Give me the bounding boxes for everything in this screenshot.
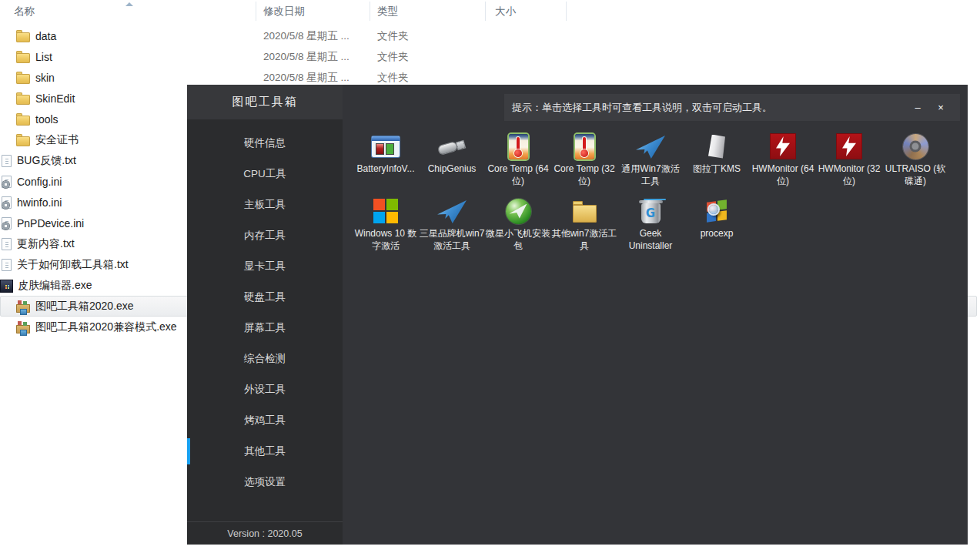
tool-item[interactable]: Windows 10 数字激活 [353,194,419,259]
file-name: data [35,30,56,42]
column-header-type[interactable]: 类型 [377,5,398,18]
procexp-icon [704,199,730,223]
file-date: 2020/5/8 星期五 ... [263,50,350,64]
tubar-toolbox-window: 图吧工具箱 硬件信息 CPU工具 主板工具 内存工具 显卡工具 硬盘工具 屏幕工… [187,85,968,545]
toolbox-icon [16,304,30,313]
tool-label: HWMonitor (32 位) [816,163,882,187]
tool-label: procexp [701,228,734,240]
tool-label: Core Temp (32 位) [551,163,617,187]
battery-icon [372,136,400,157]
txt-icon [2,259,12,271]
sidebar-item[interactable]: 内存工具 [187,220,343,251]
file-name: 更新内容.txt [17,237,75,251]
tool-item[interactable]: HWMonitor (32 位) [816,129,882,194]
tool-item[interactable]: 其他win7激活工具 [551,194,617,259]
sidebar-item[interactable]: CPU工具 [187,159,343,189]
file-name: PnPDevice.ini [17,217,84,230]
tool-item[interactable]: 图拉丁KMS [684,129,750,194]
sidebar-item[interactable]: 显卡工具 [187,251,343,282]
lightning-icon [837,134,861,159]
tool-panel: 提示：单击选择工具时可查看工具说明，双击可启动工具。 – × BatteryIn… [343,85,968,545]
tool-icon-box [641,194,661,228]
tool-label: Core Temp (64 位) [485,163,551,187]
folder-icon [16,74,30,84]
sidebar-item[interactable]: 主板工具 [187,189,343,220]
disc-icon [903,134,928,159]
coretemp-icon [509,134,528,159]
file-name: SkinEdit [35,92,75,105]
file-name: Config.ini [17,176,62,188]
sort-ascending-icon [125,2,133,6]
tool-item[interactable]: 微星小飞机安装包 [485,194,551,259]
tool-label: 图拉丁KMS [693,163,741,176]
tool-label: Windows 10 数字激活 [353,228,419,252]
tool-icon-box [903,129,928,163]
sidebar-item[interactable]: 选项设置 [187,467,343,498]
tool-icon-box [438,129,466,163]
file-row[interactable]: data 2020/5/8 星期五 ... 文件夹 [0,25,980,46]
tool-icon-box [771,129,795,163]
ini-icon [2,196,12,209]
explorer-column-header: 名称 修改日期 类型 大小 [0,0,980,22]
sidebar-item[interactable]: 综合检测 [187,344,343,374]
geek-icon [641,203,661,223]
sidebar-item[interactable]: 硬件信息 [187,128,343,159]
coretemp-icon [575,134,594,159]
column-divider [566,2,567,21]
tool-label: 微星小飞机安装包 [485,228,551,252]
file-date: 2020/5/8 星期五 ... [263,71,350,85]
tool-icon-box [506,194,531,228]
tool-grid: BatteryInfoV... ChipGenius Core [353,129,958,259]
tool-item[interactable]: ChipGenius [419,129,485,194]
tool-item[interactable]: BatteryInfoV... [353,129,419,194]
tip-text: 提示：单击选择工具时可查看工具说明，双击可启动工具。 [512,101,906,115]
tool-icon-box [373,194,398,228]
file-row[interactable]: List 2020/5/8 星期五 ... 文件夹 [0,46,980,67]
plane-icon [636,136,665,159]
scroll-icon [708,135,725,159]
app-title: 图吧工具箱 [187,85,343,119]
sidebar-item[interactable]: 烤鸡工具 [187,405,343,436]
tool-label: Geek Uninstaller [617,228,684,252]
tool-item[interactable]: Geek Uninstaller [617,194,684,259]
file-name: 图吧工具箱2020兼容模式.exe [35,320,177,334]
sidebar-item[interactable]: 其他工具 [187,436,343,467]
folder-icon [16,32,30,42]
mslogo-icon [373,199,398,223]
sidebar-item[interactable]: 屏幕工具 [187,313,343,344]
tool-item[interactable]: procexp [684,194,750,259]
column-divider [256,2,256,21]
sidebar: 图吧工具箱 硬件信息 CPU工具 主板工具 内存工具 显卡工具 硬盘工具 屏幕工… [187,85,343,545]
tool-item[interactable]: Core Temp (64 位) [485,129,551,194]
plane-icon [437,200,467,223]
column-header-name[interactable]: 名称 [14,5,35,18]
tool-icon-box [636,129,665,163]
file-type: 文件夹 [377,71,409,85]
tool-icon-box [509,129,528,163]
file-name: hwinfo.ini [17,196,62,209]
close-button[interactable]: × [929,102,952,113]
file-name: 关于如何卸载工具箱.txt [17,258,129,272]
lightning-icon [771,134,795,159]
file-type: 文件夹 [377,50,409,64]
minimize-button[interactable]: – [906,102,929,113]
sidebar-item[interactable]: 硬盘工具 [187,282,343,313]
tool-item[interactable]: Core Temp (32 位) [551,129,617,194]
tool-icon-box [372,129,400,163]
tip-bar: 提示：单击选择工具时可查看工具说明，双击可启动工具。 – × [504,94,960,121]
sidebar-item[interactable]: 外设工具 [187,374,343,405]
file-name: List [35,51,52,63]
tool-item[interactable]: ULTRAISO (软碟通) [882,129,948,194]
column-header-size[interactable]: 大小 [495,5,516,18]
folder-icon [573,205,597,223]
sidebar-menu: 硬件信息 CPU工具 主板工具 内存工具 显卡工具 硬盘工具 屏幕工具 综合检测… [187,119,343,498]
tool-label: 三星品牌机win7 激活工具 [419,228,485,252]
ini-icon [2,176,12,188]
tool-item[interactable]: 三星品牌机win7 激活工具 [419,194,485,259]
tool-item[interactable]: HWMonitor (64 位) [750,129,816,194]
tool-label: 其他win7激活工具 [551,228,617,252]
file-name: 图吧工具箱2020.exe [35,300,134,313]
ini-icon [2,217,12,230]
tool-item[interactable]: 通用Win7激活工具 [617,129,684,194]
column-header-date[interactable]: 修改日期 [263,5,305,18]
